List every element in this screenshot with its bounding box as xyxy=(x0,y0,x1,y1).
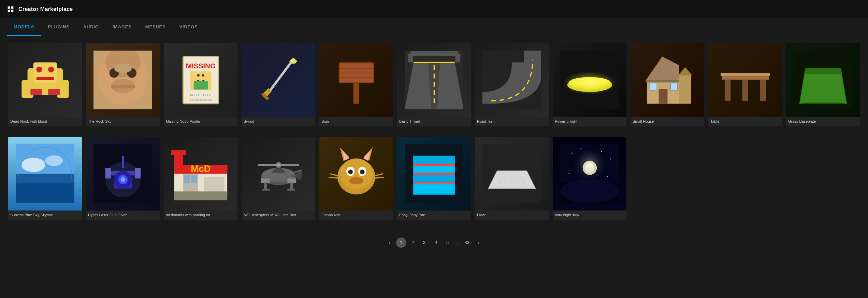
svg-rect-61 xyxy=(650,83,657,90)
card-label-basic-t-road: Basic T road xyxy=(397,117,471,126)
svg-point-86 xyxy=(45,155,63,166)
page-3-button[interactable]: 3 xyxy=(419,238,430,248)
page-1-button[interactable]: 1 xyxy=(396,238,406,248)
svg-rect-143 xyxy=(414,165,455,174)
pagination: ‹ 1 2 3 4 5 ... 33 › xyxy=(8,231,860,258)
tab-images[interactable]: IMAGES xyxy=(106,19,139,36)
svg-point-27 xyxy=(202,74,204,77)
svg-point-112 xyxy=(277,164,280,166)
svg-rect-3 xyxy=(11,10,13,12)
svg-rect-69 xyxy=(760,80,766,100)
tab-plugins[interactable]: PLUGINS xyxy=(41,19,76,36)
svg-rect-101 xyxy=(184,175,190,183)
svg-point-132 xyxy=(350,170,352,173)
card-label-laser-gun: Hyper Laser Gun Giver xyxy=(86,211,160,220)
card-road-turn[interactable]: Road Turn xyxy=(475,43,549,126)
tab-audio[interactable]: AUDIO xyxy=(76,19,106,36)
svg-rect-70 xyxy=(720,73,770,76)
card-small-house[interactable]: Small House xyxy=(631,43,704,126)
svg-point-57 xyxy=(563,71,616,95)
svg-rect-11 xyxy=(30,89,42,95)
grid-row-2: Sunless Blue Sky Skybox Hyper Laser xyxy=(8,137,860,220)
main-nav: MODELS PLUGINS AUDIO IMAGES MESHES VIDEO… xyxy=(0,19,868,36)
svg-rect-75 xyxy=(805,68,841,74)
svg-rect-144 xyxy=(414,174,455,182)
svg-text:If found call: 000-000: If found call: 000-000 xyxy=(190,98,212,101)
tab-models[interactable]: MODELS xyxy=(7,19,41,36)
svg-point-26 xyxy=(197,74,200,77)
svg-rect-91 xyxy=(135,168,141,178)
svg-point-162 xyxy=(571,152,572,153)
grid-row-1: Dead Noob with blood The Rock Sky xyxy=(8,43,860,126)
svg-text:McD: McD xyxy=(191,163,211,174)
card-table[interactable]: Table xyxy=(708,43,782,126)
card-powerful-light[interactable]: Powerful light xyxy=(553,43,626,126)
svg-marker-59 xyxy=(645,56,679,81)
svg-rect-142 xyxy=(414,156,455,165)
card-label-small-house: Small House xyxy=(631,117,704,126)
card-label-road-turn: Road Turn xyxy=(475,117,549,126)
svg-rect-60 xyxy=(659,89,667,104)
svg-point-166 xyxy=(568,173,569,174)
card-floor[interactable]: Floor xyxy=(475,137,549,220)
card-rock-sky[interactable]: The Rock Sky xyxy=(86,43,160,126)
svg-rect-104 xyxy=(174,191,227,200)
card-dead-noob[interactable]: Dead Noob with blood xyxy=(8,43,82,126)
svg-rect-119 xyxy=(290,182,293,190)
svg-rect-63 xyxy=(646,80,680,82)
card-sword[interactable]: Sword xyxy=(242,43,315,126)
app-header: Creator Marketplace xyxy=(0,0,868,19)
card-label-dead-noob: Dead Noob with blood xyxy=(8,117,82,126)
svg-rect-105 xyxy=(174,153,183,166)
svg-point-8 xyxy=(36,66,42,72)
card-helicopter[interactable]: MD Helicopters MH-6 Little Bird xyxy=(242,137,315,220)
svg-rect-71 xyxy=(742,80,748,100)
svg-rect-12 xyxy=(48,89,60,95)
card-sign[interactable]: Sign xyxy=(319,43,393,126)
svg-rect-145 xyxy=(414,182,455,194)
card-label-sunless-sky: Sunless Blue Sky Skybox xyxy=(8,211,82,220)
svg-text:MISSING: MISSING xyxy=(186,62,216,69)
svg-point-95 xyxy=(120,177,125,182)
card-dark-sky[interactable]: dark night sky- xyxy=(553,137,626,220)
svg-point-165 xyxy=(610,158,611,159)
card-obby-part[interactable]: Easy Obby Part xyxy=(397,137,471,220)
svg-rect-2 xyxy=(8,10,10,12)
card-grass-baseplate[interactable]: Grass Baseplate xyxy=(786,43,860,126)
card-missing-poster[interactable]: MISSING ROBLOX USER If found call: 000-0… xyxy=(164,43,237,126)
card-mcdonalds[interactable]: McD mcdonalds with parking lot xyxy=(164,137,237,220)
svg-rect-102 xyxy=(191,175,197,183)
svg-rect-106 xyxy=(171,150,186,155)
svg-marker-65 xyxy=(678,67,692,75)
svg-point-167 xyxy=(607,176,608,177)
svg-point-9 xyxy=(48,66,54,72)
page-2-button[interactable]: 2 xyxy=(408,238,418,248)
tab-meshes[interactable]: MESHES xyxy=(139,19,173,36)
page-4-button[interactable]: 4 xyxy=(431,238,441,248)
app-title: Creator Marketplace xyxy=(18,6,73,12)
svg-rect-118 xyxy=(264,182,267,190)
pagination-ellipsis: ... xyxy=(454,240,461,245)
card-label-obby-part: Easy Obby Part xyxy=(397,211,471,220)
svg-rect-68 xyxy=(725,80,730,100)
svg-point-169 xyxy=(560,180,619,203)
svg-point-20 xyxy=(114,64,132,73)
main-content: Dead Noob with blood The Rock Sky xyxy=(0,36,868,265)
roblox-logo-icon xyxy=(7,5,14,13)
tab-videos[interactable]: VIDEOS xyxy=(173,19,205,36)
next-page-button[interactable]: › xyxy=(473,238,483,248)
page-5-button[interactable]: 5 xyxy=(443,238,453,248)
svg-line-31 xyxy=(266,59,293,95)
card-laser-gun[interactable]: Hyper Laser Gun Giver xyxy=(86,137,160,220)
card-floppa[interactable]: Floppa Npc xyxy=(319,137,393,220)
card-label-dark-sky: dark night sky- xyxy=(553,211,626,220)
card-basic-t-road[interactable]: Basic T road xyxy=(397,43,471,126)
prev-page-button[interactable]: ‹ xyxy=(385,238,395,248)
card-label-sword: Sword xyxy=(242,117,315,126)
page-33-button[interactable]: 33 xyxy=(462,238,472,248)
card-label-mcdonalds: mcdonalds with parking lot xyxy=(164,211,237,220)
svg-rect-64 xyxy=(679,74,691,104)
svg-rect-0 xyxy=(8,6,10,9)
svg-rect-117 xyxy=(287,178,296,183)
card-sunless-sky[interactable]: Sunless Blue Sky Skybox xyxy=(8,137,82,220)
